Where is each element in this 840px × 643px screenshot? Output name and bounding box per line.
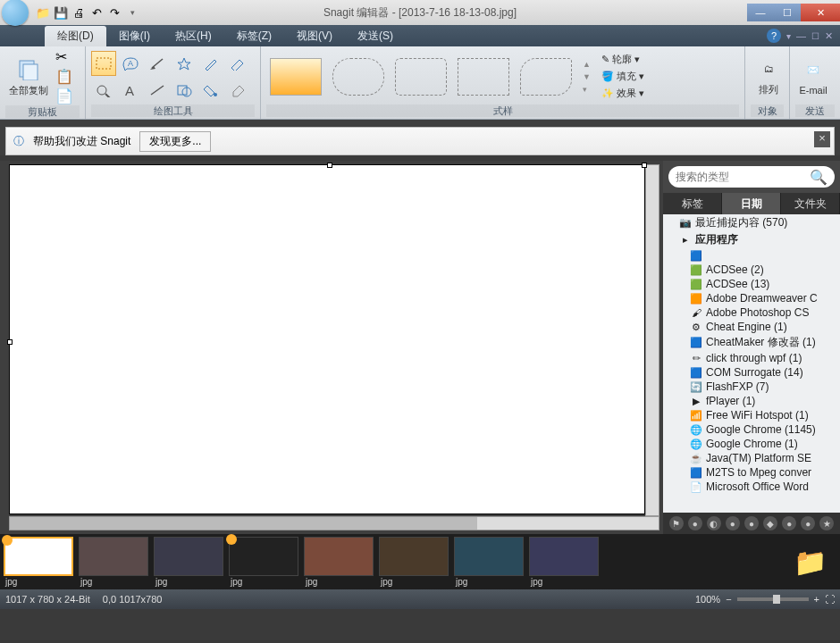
style-preset-5[interactable] bbox=[520, 58, 572, 96]
star-icon[interactable]: ★ bbox=[819, 516, 834, 530]
tree-item[interactable]: 🟩ACDSee (2) bbox=[663, 263, 840, 277]
dot4-icon[interactable]: ● bbox=[744, 516, 759, 530]
style-preset-3[interactable] bbox=[395, 58, 447, 96]
flag-icon[interactable]: ⚑ bbox=[669, 516, 684, 530]
tool-line[interactable] bbox=[145, 78, 170, 103]
tree-item[interactable]: ▸应用程序 bbox=[663, 231, 840, 248]
tool-highlight[interactable] bbox=[225, 51, 250, 76]
thumbnail[interactable]: jpg bbox=[304, 537, 374, 588]
tab-hotspot[interactable]: 热区(H) bbox=[163, 26, 224, 46]
style-preset-2[interactable] bbox=[332, 58, 384, 96]
maximize-button[interactable]: ☐ bbox=[774, 4, 801, 21]
thumbnail[interactable]: jpg bbox=[454, 537, 524, 588]
tool-pen[interactable] bbox=[198, 51, 223, 76]
thumbnail[interactable]: jpg bbox=[79, 537, 148, 588]
zoom-in-icon[interactable]: + bbox=[814, 594, 819, 605]
canvas[interactable] bbox=[9, 164, 645, 514]
dot6-icon[interactable]: ● bbox=[782, 516, 796, 530]
fill-dropdown[interactable]: 🪣 填充 ▾ bbox=[598, 69, 648, 84]
paste-icon[interactable]: 📄 bbox=[55, 88, 73, 105]
tool-select[interactable] bbox=[91, 51, 116, 76]
tree-item[interactable]: 🟦CheatMaker 修改器 (1) bbox=[663, 334, 840, 351]
cut-icon[interactable]: ✂ bbox=[55, 48, 73, 66]
sidetab-date[interactable]: 日期 bbox=[722, 193, 781, 214]
dot5-icon[interactable]: ◆ bbox=[763, 516, 777, 530]
folder-icon[interactable]: 📁 bbox=[36, 5, 50, 20]
tab-draw[interactable]: 绘图(D) bbox=[45, 26, 106, 46]
dot2-icon[interactable]: ◐ bbox=[707, 516, 721, 530]
thumbnail[interactable]: jpg bbox=[529, 537, 599, 588]
style-preset-1[interactable] bbox=[270, 58, 322, 96]
tray-folder-icon[interactable]: 📁 bbox=[783, 542, 836, 581]
tree-item[interactable]: 🟦M2TS to Mpeg conver bbox=[663, 465, 840, 480]
app-orb[interactable] bbox=[2, 0, 29, 26]
print-icon[interactable]: 🖨 bbox=[71, 5, 86, 20]
ribbon-minimize-icon[interactable]: ▾ bbox=[786, 31, 791, 41]
tree-item[interactable]: ✏click through wpf (1) bbox=[663, 351, 840, 365]
qat-dropdown-icon[interactable]: ▾ bbox=[125, 5, 139, 20]
zoom-out-icon[interactable]: − bbox=[726, 594, 731, 605]
style-scroll-down-icon[interactable]: ▼ bbox=[583, 72, 591, 81]
tab-image[interactable]: 图像(I) bbox=[106, 26, 163, 46]
search-icon[interactable]: 🔍 bbox=[810, 169, 827, 186]
mdi-min-icon[interactable]: — bbox=[796, 30, 806, 41]
undo-icon[interactable]: ↶ bbox=[89, 5, 104, 20]
tree-item[interactable]: ▶fPlayer (1) bbox=[663, 394, 840, 408]
tree-item[interactable]: ⚙Cheat Engine (1) bbox=[663, 320, 840, 334]
arrange-button[interactable]: 🗂 排列 bbox=[751, 54, 786, 98]
tree-item[interactable]: ☕Java(TM) Platform SE bbox=[663, 451, 840, 465]
style-more-icon[interactable]: ▾ bbox=[583, 85, 591, 94]
tree-item[interactable]: 🖌Adobe Photoshop CS bbox=[663, 305, 840, 320]
vertical-scrollbar[interactable] bbox=[645, 164, 659, 516]
tool-callout[interactable]: A bbox=[118, 51, 143, 76]
dot1-icon[interactable]: ● bbox=[688, 516, 702, 530]
mdi-close-icon[interactable]: ✕ bbox=[825, 30, 833, 42]
fit-icon[interactable]: ⛶ bbox=[825, 594, 835, 605]
tree-item[interactable]: 📄Microsoft Office Word bbox=[663, 480, 840, 494]
tab-view[interactable]: 视图(V) bbox=[284, 26, 345, 46]
style-scroll-up-icon[interactable]: ▲ bbox=[583, 60, 591, 69]
tree-item[interactable]: 📶Free WiFi Hotspot (1) bbox=[663, 408, 840, 422]
tree-item[interactable]: 🟩ACDSee (13) bbox=[663, 277, 840, 291]
dot3-icon[interactable]: ● bbox=[726, 516, 740, 530]
dot7-icon[interactable]: ● bbox=[801, 516, 815, 530]
thumbnail[interactable]: jpg bbox=[379, 537, 449, 588]
search-box[interactable]: 🔍 bbox=[668, 166, 835, 188]
thumbnail[interactable]: jpg bbox=[229, 537, 298, 588]
close-button[interactable]: ✕ bbox=[801, 4, 840, 21]
tool-zoom[interactable] bbox=[91, 78, 116, 103]
tool-shape[interactable] bbox=[172, 78, 197, 103]
redo-icon[interactable]: ↷ bbox=[107, 5, 122, 20]
tab-tag[interactable]: 标签(Z) bbox=[224, 26, 284, 46]
tree-item[interactable]: 🔄FlashFXP (7) bbox=[663, 380, 840, 394]
tool-fill[interactable] bbox=[198, 78, 223, 103]
thumbnail[interactable]: jpg bbox=[154, 537, 223, 588]
minimize-button[interactable]: — bbox=[747, 4, 774, 21]
sidetab-tag[interactable]: 标签 bbox=[663, 193, 722, 214]
tool-arrow[interactable] bbox=[145, 51, 170, 76]
outline-dropdown[interactable]: ✎ 轮廓 ▾ bbox=[598, 52, 648, 67]
discover-more-button[interactable]: 发现更多... bbox=[139, 131, 211, 152]
tree-item[interactable]: 🟦 bbox=[663, 248, 840, 263]
effect-dropdown[interactable]: ✨ 效果 ▾ bbox=[598, 86, 648, 101]
sidetab-folder[interactable]: 文件夹 bbox=[781, 193, 840, 214]
horizontal-scrollbar[interactable] bbox=[9, 516, 659, 530]
tree-item[interactable]: 🟦COM Surrogate (14) bbox=[663, 365, 840, 380]
tool-text[interactable]: A bbox=[118, 78, 143, 103]
infobar-close-icon[interactable]: × bbox=[814, 131, 830, 147]
tool-erase[interactable] bbox=[225, 78, 250, 103]
email-button[interactable]: ✉️ E-mail bbox=[795, 56, 831, 97]
copy-all-button[interactable]: 全部复制 bbox=[5, 55, 52, 99]
search-input[interactable] bbox=[676, 171, 810, 183]
zoom-slider[interactable] bbox=[737, 597, 809, 601]
help-icon[interactable]: ? bbox=[767, 29, 781, 43]
save-icon[interactable]: 💾 bbox=[54, 5, 68, 20]
mdi-max-icon[interactable]: ☐ bbox=[811, 31, 819, 41]
tree-item[interactable]: 📷最近捕捉内容 (570) bbox=[663, 214, 840, 231]
tab-send[interactable]: 发送(S) bbox=[345, 26, 406, 46]
style-preset-4[interactable] bbox=[458, 58, 509, 96]
tool-stamp[interactable] bbox=[172, 51, 197, 76]
tree-item[interactable]: 🌐Google Chrome (1145) bbox=[663, 422, 840, 437]
thumbnail[interactable]: jpg bbox=[4, 537, 73, 588]
copy-icon[interactable]: 📋 bbox=[55, 68, 73, 86]
